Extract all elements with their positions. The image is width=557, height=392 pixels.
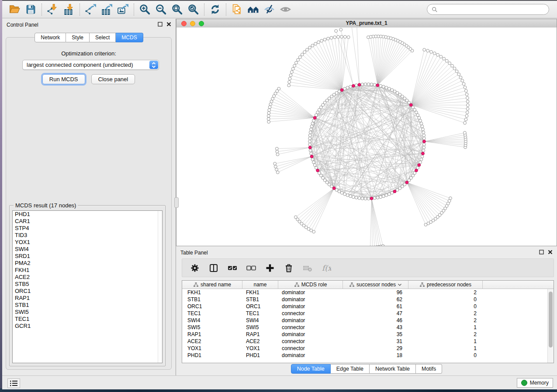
graph-node [312,161,315,164]
column-header-name[interactable]: name [242,281,278,289]
table-cell: STB1 [242,296,278,303]
table-row[interactable]: ORC1ORC1dominator610 [182,303,548,310]
mcds-node-item[interactable]: STP4 [13,225,162,232]
mcds-node-item[interactable]: PHD1 [13,211,162,218]
table-row[interactable]: SWI4SWI4dominator462 [182,317,548,324]
mcds-node-item[interactable]: TEC1 [13,316,162,323]
graph-node [355,196,358,199]
table-row[interactable]: TEC1TEC1connector472 [182,310,548,317]
graph-node [291,67,294,70]
mcds-node-item[interactable]: YOX1 [13,239,162,246]
network-graph[interactable] [176,28,557,246]
zoom-fit-button[interactable] [169,3,185,17]
float-panel-icon[interactable] [158,22,163,27]
tab-network-table[interactable]: Network Table [370,364,416,374]
add-column-button[interactable] [265,263,275,273]
mcds-node-item[interactable]: GCR1 [13,323,162,330]
mcds-node-item[interactable]: ORC1 [13,288,162,295]
zoom-out-button[interactable] [153,3,169,17]
export-table-button[interactable] [99,3,115,17]
close-window-icon[interactable] [181,21,187,26]
task-history-button[interactable] [7,378,20,388]
table-row[interactable]: SWI5SWI5connector431 [182,324,548,331]
table-row[interactable]: STB1STB1dominator620 [182,296,548,303]
column-header-MCDS-role[interactable]: MCDS role [278,281,343,289]
graph-nodes[interactable] [267,28,469,246]
import-network-button[interactable] [45,3,61,17]
column-panel-button[interactable] [208,263,219,273]
table-scrollbar-thumb[interactable] [549,292,553,347]
run-mcds-button[interactable]: Run MCDS [42,74,85,84]
splitter-handle[interactable] [174,197,179,208]
table-cell: RAP1 [242,331,278,338]
table-scrollbar[interactable] [547,289,554,363]
mcds-list-scrollbar[interactable] [158,211,162,363]
table-row[interactable]: PHD1PHD1dominator180 [182,352,548,359]
export-image-button[interactable] [115,3,131,17]
tab-motifs[interactable]: Motifs [416,364,442,374]
select-all-button[interactable] [227,263,238,273]
deselect-all-button[interactable] [246,263,256,273]
network-window-titlebar[interactable]: YPA_prune.txt_1 [176,19,557,28]
zoom-selected-button[interactable] [185,3,201,17]
memory-button[interactable]: Memory [517,378,553,388]
float-table-panel-icon[interactable] [539,250,544,254]
save-button[interactable] [23,3,39,17]
tab-node-table[interactable]: Node Table [291,364,331,374]
search-input[interactable] [439,5,546,14]
tab-network[interactable]: Network [35,33,66,42]
mcds-node-item[interactable]: PMA2 [13,260,162,267]
mcds-node-item[interactable]: CAR1 [13,218,162,225]
graph-node [309,131,312,134]
graph-node [393,90,396,93]
duplicate-network-button[interactable] [229,3,245,17]
settings-button[interactable] [190,263,200,273]
hide-selected-button[interactable] [261,3,277,17]
home-networks-button[interactable] [245,3,261,17]
table-cell: 31 [343,338,408,345]
table-row[interactable]: RAP1RAP1dominator352 [182,331,548,338]
table-row[interactable]: FKH1FKH1dominator962 [182,289,548,296]
mcds-node-item[interactable]: SRD1 [13,253,162,260]
column-header-shared-name[interactable]: shared name [182,281,242,289]
graph-node [464,89,467,93]
table-row[interactable]: ACE2ACE2connector311 [182,338,548,345]
zoom-in-button[interactable] [137,3,153,17]
column-header-successor-nodes[interactable]: successor nodes [343,281,408,289]
mcds-node-item[interactable]: SWI5 [13,309,162,316]
mcds-node-item[interactable]: STB1 [13,302,162,309]
close-table-panel-icon[interactable] [548,250,553,254]
tab-style[interactable]: Style [66,33,90,42]
tab-edge-table[interactable]: Edge Table [331,364,370,374]
close-panel-button[interactable]: Close panel [91,74,135,84]
search-field[interactable] [427,4,549,15]
table-row[interactable]: YOX1YOX1connector291 [182,345,548,352]
graph-node [391,191,394,194]
show-hidden-button[interactable] [277,3,294,17]
column-header-predecessor-nodes[interactable]: predecessor nodes [408,281,483,289]
tab-mcds[interactable]: MCDS [116,33,143,42]
mcds-node-item[interactable]: STB5 [13,281,162,288]
network-canvas[interactable] [176,28,557,246]
mcds-node-item[interactable]: TID3 [13,232,162,239]
graph-node [308,134,311,137]
optimization-criterion-select[interactable]: largest connected component (undirected) [22,60,159,70]
layout-refresh-button[interactable] [207,3,223,17]
graph-node [339,28,343,31]
export-network-button[interactable] [83,3,99,17]
close-panel-icon[interactable] [166,22,171,27]
open-button[interactable] [7,3,23,17]
minimize-window-icon[interactable] [190,21,195,26]
graph-node [267,117,270,120]
delete-column-button[interactable] [284,263,294,273]
import-table-button[interactable] [61,3,77,17]
tab-select[interactable]: Select [90,33,116,42]
mcds-node-item[interactable]: ACE2 [13,274,162,281]
mcds-node-item[interactable]: SWI4 [13,246,162,253]
mcds-node-item[interactable]: RAP1 [13,295,162,302]
layout-refresh-icon [209,3,221,15]
mcds-node-item[interactable]: FKH1 [13,267,162,274]
table-cell: YOX1 [182,345,242,352]
maximize-window-icon[interactable] [199,21,204,26]
table-cell: 2 [408,317,483,324]
